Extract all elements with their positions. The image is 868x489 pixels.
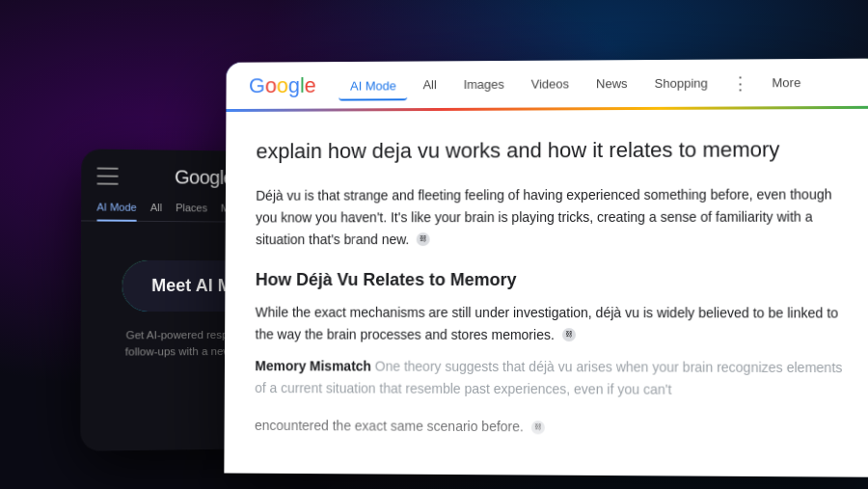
desktop-body: explain how deja vu works and how it rel… <box>224 109 868 477</box>
nav-item-videos[interactable]: Videos <box>520 70 581 96</box>
citation-icon-1[interactable] <box>417 232 430 246</box>
nav-item-all[interactable]: All <box>412 71 448 97</box>
nav-item-more[interactable]: More <box>760 69 812 95</box>
mobile-menu-icon[interactable] <box>96 168 118 185</box>
search-query: explain how deja vu works and how it rel… <box>256 136 849 166</box>
section-heading: How Déjà Vu Relates to Memory <box>256 270 850 290</box>
mobile-tab-ai-mode[interactable]: AI Mode <box>96 201 136 212</box>
logo-e: e <box>305 73 316 97</box>
desktop-nav: AI Mode All Images Videos News Shopping … <box>339 68 856 99</box>
citation-icon-2[interactable] <box>562 328 576 341</box>
section-paragraph: While the exact mechanisms are still und… <box>256 302 850 347</box>
logo-g: G <box>249 73 265 97</box>
nav-more-dots[interactable]: ⋮ <box>723 68 756 97</box>
mobile-tab-all[interactable]: All <box>150 202 162 213</box>
desktop-card: Google AI Mode All Images Videos News Sh… <box>224 59 868 477</box>
subterm-label: Memory Mismatch <box>255 358 371 373</box>
subterm-paragraph: Memory Mismatch One theory suggests that… <box>255 355 850 401</box>
google-logo: Google <box>249 73 316 98</box>
nav-item-ai-mode[interactable]: AI Mode <box>339 72 408 100</box>
nav-item-shopping[interactable]: Shopping <box>643 70 719 96</box>
logo-o1: o <box>265 73 277 97</box>
mobile-tab-places[interactable]: Places <box>176 202 207 213</box>
citation-icon-3[interactable] <box>531 421 545 434</box>
logo-g2: g <box>288 73 300 97</box>
nav-item-images[interactable]: Images <box>452 71 516 97</box>
logo-o2: o <box>277 73 288 97</box>
desktop-header: Google AI Mode All Images Videos News Sh… <box>226 59 868 112</box>
intro-paragraph: Déjà vu is that strange and fleeting fee… <box>256 183 850 251</box>
footer-paragraph: encountered the exact same scenario befo… <box>255 415 850 440</box>
nav-item-news[interactable]: News <box>584 70 639 96</box>
